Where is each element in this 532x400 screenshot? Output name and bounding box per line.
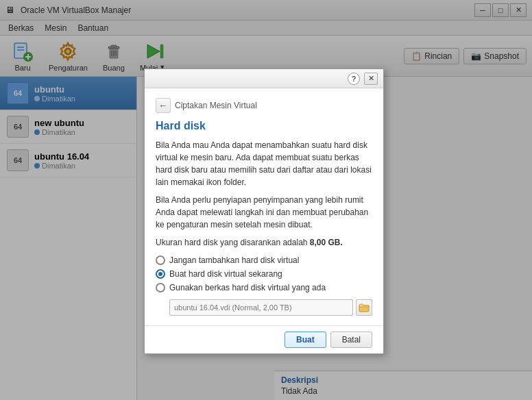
modal-nav-label: Ciptakan Mesin Virtual	[175, 101, 257, 110]
modal-titlebar: ? ✕	[145, 69, 383, 88]
radio-circle-existing-disk	[156, 283, 165, 292]
radio-existing-disk[interactable]: Gunakan berkas hard disk virtual yang ad…	[156, 283, 372, 292]
recommended-size: 8,00 GB.	[310, 238, 343, 247]
modal-close-button[interactable]: ✕	[364, 73, 378, 85]
radio-no-disk[interactable]: Jangan tambahkan hard disk virtual	[156, 255, 372, 265]
radio-circle-new-disk	[156, 269, 165, 279]
cancel-button[interactable]: Batal	[330, 332, 372, 348]
file-input[interactable]	[169, 299, 353, 316]
create-button[interactable]: Buat	[285, 332, 326, 348]
file-selector	[169, 299, 372, 316]
modal-footer: Buat Batal	[145, 325, 383, 353]
modal-desc-1: Bila Anda mau Anda dapat menambahkan sua…	[156, 139, 372, 188]
radio-circle-no-disk	[156, 255, 165, 265]
modal-section-title: Hard disk	[156, 120, 372, 132]
radio-new-disk[interactable]: Buat hard disk virtual sekarang	[156, 269, 372, 279]
modal-desc-2: Bila Anda perlu penyiapan penyimpanan ya…	[156, 194, 372, 231]
file-browse-button[interactable]	[356, 299, 372, 316]
radio-group: Jangan tambahkan hard disk virtual Buat …	[156, 255, 372, 292]
modal-nav: ← Ciptakan Mesin Virtual	[156, 98, 372, 113]
modal-dialog: ? ✕ ← Ciptakan Mesin Virtual Hard disk B…	[144, 68, 384, 354]
modal-body: ← Ciptakan Mesin Virtual Hard disk Bila …	[145, 88, 383, 325]
modal-desc-3: Ukuran hard disk yang disarankan adalah …	[156, 236, 372, 249]
modal-help-button[interactable]: ?	[348, 73, 360, 85]
nav-back-button[interactable]: ←	[156, 98, 171, 113]
